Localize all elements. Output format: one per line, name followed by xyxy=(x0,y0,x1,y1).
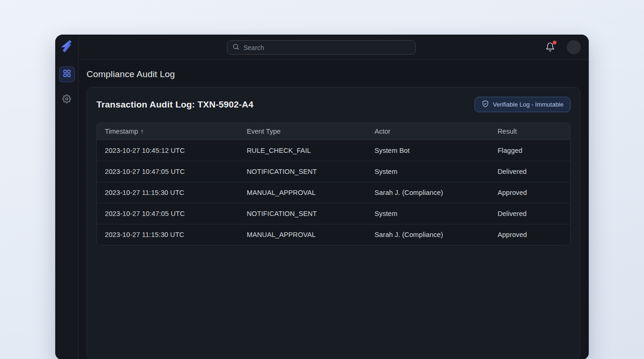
dashboard-grid-icon xyxy=(63,69,71,79)
audit-log-card: Transaction Audit Log: TXN-5902-A4 Verif… xyxy=(87,87,580,359)
cell-result: Delivered xyxy=(490,161,570,182)
column-header-event-type[interactable]: Event Type xyxy=(239,123,366,140)
app-window: Compliance Audit Log Transaction Audit L… xyxy=(55,35,589,359)
search-input[interactable] xyxy=(243,44,410,51)
topbar xyxy=(79,35,589,60)
gear-icon xyxy=(62,94,71,105)
audit-table: Timestamp↑ Event Type Actor Result 2023-… xyxy=(96,122,571,245)
cell-timestamp: 2023-10-27 10:45:12 UTC xyxy=(97,140,239,161)
cell-timestamp: 2023-10-27 11:15:30 UTC xyxy=(97,224,239,245)
table-header-row: Timestamp↑ Event Type Actor Result xyxy=(97,123,570,140)
app-logo[interactable] xyxy=(55,35,78,60)
sidebar xyxy=(55,35,79,359)
notification-dot xyxy=(553,41,556,44)
cell-actor: System xyxy=(366,203,490,224)
cell-timestamp: 2023-10-27 10:47:05 UTC xyxy=(97,161,239,182)
search-bar xyxy=(227,40,416,55)
cell-result: Approved xyxy=(490,182,570,203)
table-row: 2023-10-27 10:47:05 UTCNOTIFICATION_SENT… xyxy=(97,203,570,224)
cell-timestamp: 2023-10-27 10:47:05 UTC xyxy=(97,203,239,224)
column-header-result[interactable]: Result xyxy=(490,123,570,140)
table-row: 2023-10-27 11:15:30 UTCMANUAL_APPROVALSa… xyxy=(97,224,570,245)
verifiable-log-badge[interactable]: Verifiable Log - Immutable xyxy=(475,97,571,112)
cell-event-type: NOTIFICATION_SENT xyxy=(239,203,366,224)
page-content: Compliance Audit Log Transaction Audit L… xyxy=(79,60,589,359)
page-title: Compliance Audit Log xyxy=(87,69,580,79)
bell-icon xyxy=(545,45,555,53)
cell-event-type: MANUAL_APPROVAL xyxy=(239,182,366,203)
audit-table-body: 2023-10-27 10:45:12 UTCRULE_CHECK_FAILSy… xyxy=(97,140,570,245)
cell-timestamp: 2023-10-27 11:15:30 UTC xyxy=(97,182,239,203)
cell-actor: Sarah J. (Compliance) xyxy=(366,224,490,245)
sidebar-item-settings[interactable] xyxy=(59,92,75,108)
sort-ascending-icon: ↑ xyxy=(140,128,144,135)
search-icon xyxy=(232,43,240,52)
cell-result: Flagged xyxy=(490,140,570,161)
cell-actor: Sarah J. (Compliance) xyxy=(366,182,490,203)
table-row: 2023-10-27 10:45:12 UTCRULE_CHECK_FAILSy… xyxy=(97,140,570,161)
notifications-button[interactable] xyxy=(545,42,556,52)
cell-event-type: MANUAL_APPROVAL xyxy=(239,224,366,245)
cell-result: Approved xyxy=(490,224,570,245)
cell-actor: System xyxy=(366,161,490,182)
table-row: 2023-10-27 11:15:30 UTCMANUAL_APPROVALSa… xyxy=(97,182,570,203)
column-header-actor[interactable]: Actor xyxy=(366,123,490,140)
card-header: Transaction Audit Log: TXN-5902-A4 Verif… xyxy=(96,97,571,112)
shield-check-icon xyxy=(482,100,489,109)
badge-label: Verifiable Log - Immutable xyxy=(493,101,564,108)
cell-event-type: NOTIFICATION_SENT xyxy=(239,161,366,182)
cell-event-type: RULE_CHECK_FAIL xyxy=(239,140,366,161)
card-title: Transaction Audit Log: TXN-5902-A4 xyxy=(96,100,253,110)
column-header-timestamp[interactable]: Timestamp↑ xyxy=(97,123,239,140)
table-row: 2023-10-27 10:47:05 UTCNOTIFICATION_SENT… xyxy=(97,161,570,182)
cell-actor: System Bot xyxy=(366,140,490,161)
main-area: Compliance Audit Log Transaction Audit L… xyxy=(79,35,589,359)
logo-icon xyxy=(61,40,73,55)
cell-result: Delivered xyxy=(490,203,570,224)
sidebar-item-dashboard[interactable] xyxy=(59,66,75,82)
sidebar-nav xyxy=(59,60,75,108)
avatar[interactable] xyxy=(567,40,581,54)
